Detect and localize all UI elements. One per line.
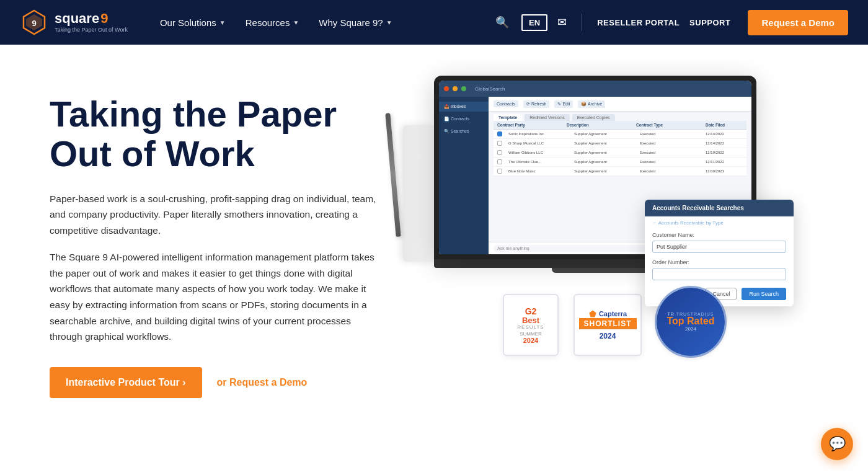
nav-why[interactable]: Why Square 9? ▼ [311, 12, 399, 33]
language-button[interactable]: EN [521, 14, 547, 31]
support-link[interactable]: SUPPORT [689, 18, 730, 27]
customer-name-input[interactable] [652, 241, 786, 253]
hero-section: Taking the Paper Out of Work Paper-based… [0, 45, 868, 475]
nav-links: Our Solutions ▼ Resources ▼ Why Square 9… [153, 12, 493, 33]
card-field-order: Order Number: [645, 257, 794, 284]
toolbar-archive[interactable]: 📦 Archive [578, 100, 605, 108]
card-header: Accounts Receivable Searches [645, 200, 794, 216]
row-checkbox[interactable] [497, 159, 502, 164]
hero-left: Taking the Paper Out of Work Paper-based… [50, 82, 409, 398]
navbar: 9 square9 Taking the Paper Out of Work O… [0, 0, 868, 45]
floating-search-card: Accounts Receivable Searches ← Accounts … [645, 200, 794, 306]
run-search-button[interactable]: Run Search [742, 288, 786, 300]
nav-resources[interactable]: Resources ▼ [238, 12, 307, 33]
chat-icon: 💬 [829, 436, 846, 452]
toolbar-contracts[interactable]: Contracts [494, 100, 518, 107]
card-label-order: Order Number: [652, 259, 786, 265]
table-header: Contract Party Description Contract Type… [494, 121, 746, 130]
col-contract-type: Contract Type [636, 123, 701, 127]
nav-right: 🔍 EN ✉ RESELLER PORTAL SUPPORT Request a… [493, 10, 848, 35]
tr-main: Top Rated [666, 316, 714, 326]
hero-desc1: Paper-based work is a soul-crushing, pro… [50, 191, 384, 239]
svg-marker-4 [589, 310, 596, 317]
why-chevron-icon: ▼ [386, 19, 392, 26]
sidebar-item-inboxes[interactable]: 📥 Inboxes [439, 102, 489, 112]
app-brand-label: GlobalSearch [475, 86, 505, 92]
maximize-dot [461, 86, 466, 91]
row-checkbox[interactable] [497, 150, 502, 155]
toolbar-edit[interactable]: ✎ Edit [554, 100, 573, 108]
send-icon[interactable]: ✉ [557, 16, 567, 29]
table-row: Blue Note Music Supplier Agreement Execu… [494, 167, 746, 176]
hero-title: Taking the Paper Out of Work [50, 94, 409, 174]
chat-bubble-button[interactable]: 💬 [821, 428, 853, 460]
minimize-dot [453, 86, 458, 91]
g2-year: 2024 [523, 337, 538, 344]
capterra-shortlist: SHORTLIST [579, 318, 637, 329]
app-table: Contract Party Description Contract Type… [494, 121, 746, 176]
tr-sub: 2024 [685, 326, 696, 332]
capterra-badge: Capterra SHORTLIST 2024 [574, 294, 642, 356]
app-toolbar: Contracts ⟳ Refresh ✎ Edit 📦 Archive [489, 97, 751, 112]
tab-executed[interactable]: Executed Copies [572, 114, 615, 121]
g2-badge: G2 Best Results SUMMER 2024 [503, 294, 559, 356]
col-description: Description [567, 123, 631, 127]
reseller-portal-link[interactable]: RESELLER PORTAL [597, 18, 680, 27]
card-back-link[interactable]: ← Accounts Receivable by Type [645, 216, 794, 229]
screen-container: GlobalSearch 📥 Inboxes 📄 Contracts 🔍 Sea… [434, 76, 794, 317]
hero-desc2: The Square 9 AI-powered intelligent info… [50, 249, 384, 344]
table-row: Sonic Inspirations Inc. Supplier Agreeme… [494, 130, 746, 139]
app-topbar: GlobalSearch [439, 81, 751, 97]
row-checkbox[interactable] [497, 169, 502, 174]
svg-text:9: 9 [32, 19, 36, 28]
request-demo-link[interactable]: or Request a Demo [217, 377, 308, 388]
solutions-chevron-icon: ▼ [219, 19, 226, 26]
app-tabs: Template Redlined Versions Executed Copi… [489, 112, 751, 121]
hero-actions: Interactive Product Tour › or Request a … [50, 367, 409, 398]
sidebar-item-searches[interactable]: 🔍 Searches [439, 127, 489, 136]
request-demo-button[interactable]: Request a Demo [748, 10, 848, 35]
card-field-customer: Customer Name: [645, 229, 794, 257]
g2-logo: G2 [525, 306, 537, 316]
logo[interactable]: 9 square9 Taking the Paper Out of Work [20, 8, 128, 37]
product-tour-button[interactable]: Interactive Product Tour › [50, 367, 202, 398]
pen-tablet [403, 125, 434, 262]
g2-main: Best [522, 316, 539, 324]
logo-text: square9 Taking the Paper Out of Work [55, 12, 128, 33]
row-checkbox[interactable] [497, 141, 502, 146]
row-checkbox[interactable] [497, 131, 502, 136]
nav-divider [582, 14, 582, 31]
col-date-filed: Date Filed [706, 123, 743, 127]
resources-chevron-icon: ▼ [293, 19, 299, 26]
g2-season: SUMMER [520, 331, 542, 337]
table-row: G Sharp Musical LLC Supplier Agreement E… [494, 139, 746, 148]
table-row: William Gibbons LLC Supplier Agreement E… [494, 148, 746, 158]
tr-brand: Tr TrustRadius [668, 312, 714, 316]
g2-sub: Results [517, 324, 544, 330]
tab-template[interactable]: Template [494, 114, 522, 121]
close-dot [444, 86, 449, 91]
toolbar-refresh[interactable]: ⟳ Refresh [523, 100, 549, 108]
sidebar-item-contracts[interactable]: 📄 Contracts [439, 114, 489, 124]
app-sidebar-nav: 📥 Inboxes 📄 Contracts 🔍 Searches [439, 97, 489, 254]
laptop-mock: GlobalSearch 📥 Inboxes 📄 Contracts 🔍 Sea… [434, 76, 794, 273]
tab-redlined[interactable]: Redlined Versions [525, 114, 569, 121]
nav-solutions[interactable]: Our Solutions ▼ [153, 12, 233, 33]
card-label-customer: Customer Name: [652, 232, 786, 238]
search-icon[interactable]: 🔍 [493, 13, 512, 32]
table-row: The Ultimate Clue... Supplier Agreement … [494, 158, 746, 167]
capterra-logo: Capterra [588, 309, 627, 318]
hero-right: GlobalSearch 📥 Inboxes 📄 Contracts 🔍 Sea… [409, 76, 818, 317]
trustradius-badge: Tr TrustRadius Top Rated 2024 [657, 288, 725, 356]
capterra-year: 2024 [600, 332, 616, 340]
order-number-input[interactable] [652, 268, 786, 280]
col-contract-party: Contract Party [497, 123, 562, 127]
